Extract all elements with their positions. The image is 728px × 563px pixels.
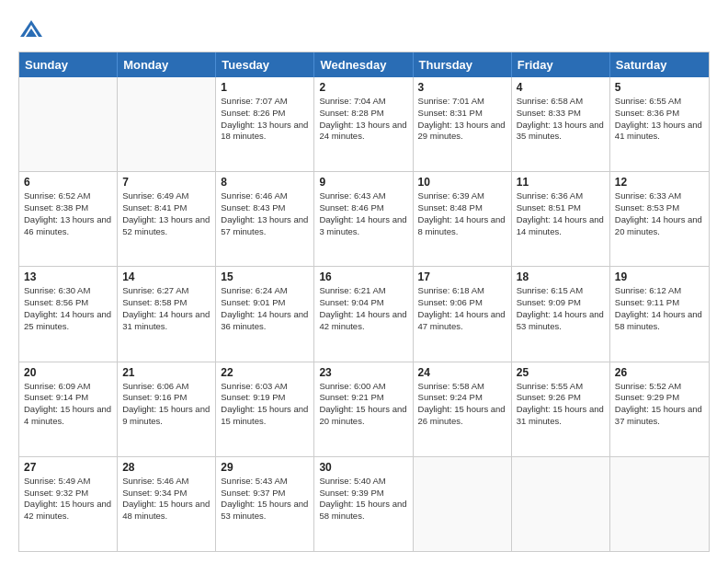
day-number: 1 — [221, 81, 309, 94]
day-number: 18 — [517, 270, 605, 283]
day-number: 3 — [418, 81, 506, 94]
calendar-cell-r3c6: 26Sunrise: 5:52 AM Sunset: 9:29 PM Dayli… — [610, 362, 709, 456]
calendar-cell-r4c2: 29Sunrise: 5:43 AM Sunset: 9:37 PM Dayli… — [216, 457, 314, 551]
day-number: 6 — [24, 176, 112, 189]
calendar-cell-r1c2: 8Sunrise: 6:46 AM Sunset: 8:43 PM Daylig… — [216, 172, 314, 266]
day-number: 5 — [615, 81, 704, 94]
calendar-cell-r0c5: 4Sunrise: 6:58 AM Sunset: 8:33 PM Daylig… — [512, 77, 610, 171]
header-day-saturday: Saturday — [610, 52, 709, 77]
day-number: 13 — [24, 270, 112, 283]
day-info: Sunrise: 6:18 AM Sunset: 9:06 PM Dayligh… — [418, 285, 506, 332]
calendar-row-1: 6Sunrise: 6:52 AM Sunset: 8:38 PM Daylig… — [19, 171, 709, 266]
day-number: 7 — [122, 176, 210, 189]
day-info: Sunrise: 5:46 AM Sunset: 9:34 PM Dayligh… — [122, 476, 210, 523]
day-number: 9 — [319, 176, 407, 189]
calendar-cell-r0c4: 3Sunrise: 7:01 AM Sunset: 8:31 PM Daylig… — [414, 77, 512, 171]
calendar-cell-r0c1 — [118, 77, 216, 171]
calendar-cell-r0c2: 1Sunrise: 7:07 AM Sunset: 8:26 PM Daylig… — [216, 77, 314, 171]
day-info: Sunrise: 6:03 AM Sunset: 9:19 PM Dayligh… — [221, 381, 309, 428]
calendar-cell-r2c0: 13Sunrise: 6:30 AM Sunset: 8:56 PM Dayli… — [19, 267, 118, 361]
logo — [18, 17, 48, 42]
calendar-cell-r2c2: 15Sunrise: 6:24 AM Sunset: 9:01 PM Dayli… — [216, 267, 314, 361]
calendar-cell-r1c0: 6Sunrise: 6:52 AM Sunset: 8:38 PM Daylig… — [19, 172, 118, 266]
calendar-cell-r0c3: 2Sunrise: 7:04 AM Sunset: 8:28 PM Daylig… — [314, 77, 413, 171]
day-info: Sunrise: 6:36 AM Sunset: 8:51 PM Dayligh… — [517, 190, 605, 237]
calendar-cell-r1c4: 10Sunrise: 6:39 AM Sunset: 8:48 PM Dayli… — [414, 172, 512, 266]
calendar-cell-r3c0: 20Sunrise: 6:09 AM Sunset: 9:14 PM Dayli… — [19, 362, 118, 456]
calendar-cell-r3c1: 21Sunrise: 6:06 AM Sunset: 9:16 PM Dayli… — [118, 362, 216, 456]
day-number: 27 — [24, 461, 112, 474]
day-number: 15 — [221, 270, 309, 283]
day-info: Sunrise: 6:06 AM Sunset: 9:16 PM Dayligh… — [122, 381, 210, 428]
calendar-cell-r3c4: 24Sunrise: 5:58 AM Sunset: 9:24 PM Dayli… — [414, 362, 512, 456]
header-day-thursday: Thursday — [414, 52, 512, 77]
day-number: 24 — [418, 366, 506, 379]
day-info: Sunrise: 5:43 AM Sunset: 9:37 PM Dayligh… — [221, 476, 309, 523]
day-info: Sunrise: 6:27 AM Sunset: 8:58 PM Dayligh… — [122, 285, 210, 332]
day-info: Sunrise: 6:46 AM Sunset: 8:43 PM Dayligh… — [221, 190, 309, 237]
day-info: Sunrise: 6:09 AM Sunset: 9:14 PM Dayligh… — [24, 381, 112, 428]
calendar-cell-r2c1: 14Sunrise: 6:27 AM Sunset: 8:58 PM Dayli… — [118, 267, 216, 361]
page: SundayMondayTuesdayWednesdayThursdayFrid… — [0, 0, 728, 563]
day-number: 10 — [418, 176, 506, 189]
day-info: Sunrise: 6:49 AM Sunset: 8:41 PM Dayligh… — [122, 190, 210, 237]
calendar-row-3: 20Sunrise: 6:09 AM Sunset: 9:14 PM Dayli… — [19, 362, 709, 456]
day-info: Sunrise: 6:15 AM Sunset: 9:09 PM Dayligh… — [517, 285, 605, 332]
calendar-cell-r4c6 — [610, 457, 709, 551]
day-info: Sunrise: 7:01 AM Sunset: 8:31 PM Dayligh… — [418, 96, 506, 143]
calendar-row-0: 1Sunrise: 7:07 AM Sunset: 8:26 PM Daylig… — [19, 77, 709, 171]
calendar-cell-r4c0: 27Sunrise: 5:49 AM Sunset: 9:32 PM Dayli… — [19, 457, 118, 551]
header-day-friday: Friday — [512, 52, 610, 77]
day-info: Sunrise: 6:33 AM Sunset: 8:53 PM Dayligh… — [615, 190, 704, 237]
day-info: Sunrise: 6:00 AM Sunset: 9:21 PM Dayligh… — [319, 381, 407, 428]
day-info: Sunrise: 5:40 AM Sunset: 9:39 PM Dayligh… — [319, 476, 407, 523]
calendar-body: 1Sunrise: 7:07 AM Sunset: 8:26 PM Daylig… — [19, 77, 709, 551]
day-number: 23 — [319, 366, 407, 379]
calendar: SundayMondayTuesdayWednesdayThursdayFrid… — [18, 52, 710, 552]
calendar-cell-r1c3: 9Sunrise: 6:43 AM Sunset: 8:46 PM Daylig… — [314, 172, 413, 266]
calendar-cell-r1c1: 7Sunrise: 6:49 AM Sunset: 8:41 PM Daylig… — [118, 172, 216, 266]
day-info: Sunrise: 7:07 AM Sunset: 8:26 PM Dayligh… — [221, 96, 309, 143]
calendar-cell-r4c5 — [512, 457, 610, 551]
day-number: 30 — [319, 461, 407, 474]
calendar-row-4: 27Sunrise: 5:49 AM Sunset: 9:32 PM Dayli… — [19, 456, 709, 551]
calendar-cell-r1c6: 12Sunrise: 6:33 AM Sunset: 8:53 PM Dayli… — [610, 172, 709, 266]
calendar-cell-r2c5: 18Sunrise: 6:15 AM Sunset: 9:09 PM Dayli… — [512, 267, 610, 361]
day-number: 4 — [517, 81, 605, 94]
day-info: Sunrise: 6:43 AM Sunset: 8:46 PM Dayligh… — [319, 190, 407, 237]
header — [18, 17, 710, 42]
day-number: 11 — [517, 176, 605, 189]
calendar-row-2: 13Sunrise: 6:30 AM Sunset: 8:56 PM Dayli… — [19, 266, 709, 361]
day-info: Sunrise: 7:04 AM Sunset: 8:28 PM Dayligh… — [319, 96, 407, 143]
header-day-sunday: Sunday — [19, 52, 118, 77]
day-info: Sunrise: 6:24 AM Sunset: 9:01 PM Dayligh… — [221, 285, 309, 332]
calendar-cell-r2c4: 17Sunrise: 6:18 AM Sunset: 9:06 PM Dayli… — [414, 267, 512, 361]
logo-icon — [18, 17, 44, 42]
day-info: Sunrise: 5:49 AM Sunset: 9:32 PM Dayligh… — [24, 476, 112, 523]
header-day-tuesday: Tuesday — [216, 52, 314, 77]
day-info: Sunrise: 6:39 AM Sunset: 8:48 PM Dayligh… — [418, 190, 506, 237]
header-day-monday: Monday — [118, 52, 216, 77]
day-number: 20 — [24, 366, 112, 379]
day-info: Sunrise: 5:52 AM Sunset: 9:29 PM Dayligh… — [615, 381, 704, 428]
calendar-cell-r4c4 — [414, 457, 512, 551]
calendar-cell-r3c5: 25Sunrise: 5:55 AM Sunset: 9:26 PM Dayli… — [512, 362, 610, 456]
day-info: Sunrise: 6:58 AM Sunset: 8:33 PM Dayligh… — [517, 96, 605, 143]
calendar-cell-r4c1: 28Sunrise: 5:46 AM Sunset: 9:34 PM Dayli… — [118, 457, 216, 551]
calendar-cell-r2c3: 16Sunrise: 6:21 AM Sunset: 9:04 PM Dayli… — [314, 267, 413, 361]
calendar-cell-r2c6: 19Sunrise: 6:12 AM Sunset: 9:11 PM Dayli… — [610, 267, 709, 361]
day-number: 22 — [221, 366, 309, 379]
day-number: 28 — [122, 461, 210, 474]
day-number: 25 — [517, 366, 605, 379]
day-number: 17 — [418, 270, 506, 283]
day-info: Sunrise: 6:55 AM Sunset: 8:36 PM Dayligh… — [615, 96, 704, 143]
day-number: 16 — [319, 270, 407, 283]
calendar-cell-r0c0 — [19, 77, 118, 171]
calendar-cell-r4c3: 30Sunrise: 5:40 AM Sunset: 9:39 PM Dayli… — [314, 457, 413, 551]
day-number: 19 — [615, 270, 704, 283]
calendar-cell-r3c2: 22Sunrise: 6:03 AM Sunset: 9:19 PM Dayli… — [216, 362, 314, 456]
calendar-header: SundayMondayTuesdayWednesdayThursdayFrid… — [19, 52, 709, 77]
day-info: Sunrise: 6:30 AM Sunset: 8:56 PM Dayligh… — [24, 285, 112, 332]
day-info: Sunrise: 6:12 AM Sunset: 9:11 PM Dayligh… — [615, 285, 704, 332]
day-number: 12 — [615, 176, 704, 189]
